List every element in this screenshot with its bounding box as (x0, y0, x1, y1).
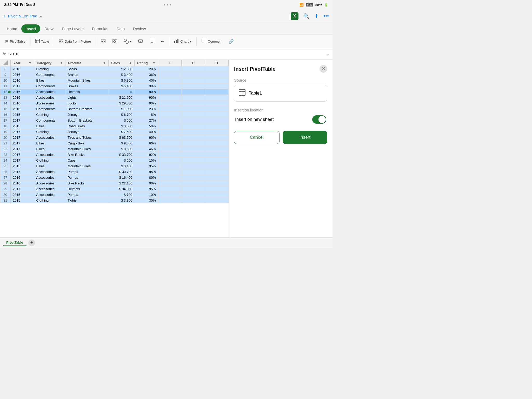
cell-year[interactable]: 2016 (11, 181, 34, 186)
cell-category[interactable]: Clothing (34, 66, 65, 72)
cell-category[interactable]: Accessories (34, 192, 65, 198)
table-row[interactable]: 272016AccessoriesPumps$ 16,40080% (0, 175, 229, 181)
cell-f[interactable] (158, 106, 181, 112)
cell-sales[interactable]: $ 5,400 (108, 83, 134, 89)
cell-h[interactable] (205, 72, 228, 78)
sheet-tab-pivottable[interactable]: PivotTable (3, 240, 27, 246)
cell-sales[interactable]: $ 9,300 (108, 141, 134, 146)
tab-formulas[interactable]: Formulas (88, 24, 112, 33)
cell-product[interactable]: Bike Racks (65, 181, 109, 186)
table-button[interactable]: Table (32, 37, 52, 46)
table-row[interactable]: 172017ComponentsBottom Brackets$ 60027% (0, 118, 229, 123)
cell-category[interactable]: Components (34, 106, 65, 112)
cell-g[interactable] (182, 192, 205, 198)
cell-rating[interactable]: 80% (135, 175, 158, 181)
cell-sales[interactable]: $ 7,500 (108, 129, 134, 135)
cell-product[interactable]: Cargo Bike (65, 141, 109, 146)
cell-g[interactable] (182, 106, 205, 112)
table-row[interactable]: 132016AccessoriesLights$ 21,60090% (0, 95, 229, 101)
cell-h[interactable] (205, 118, 228, 123)
cell-f[interactable] (158, 158, 181, 163)
insert-button[interactable]: Insert (283, 131, 328, 144)
cell-year[interactable]: 2017 (11, 141, 34, 146)
table-row[interactable]: 242017ClothingCaps$ 60015% (0, 158, 229, 163)
cell-h[interactable] (205, 66, 228, 72)
cell-g[interactable] (182, 95, 205, 101)
table-row[interactable]: 292017AccessoriesHelmets$ 34,00095% (0, 186, 229, 192)
search-button[interactable]: 🔍 (303, 13, 310, 19)
cell-sales[interactable]: $ 34,000 (108, 186, 134, 192)
cell-category[interactable]: Bikes (34, 163, 65, 169)
cell-g[interactable] (182, 141, 205, 146)
cell-year[interactable]: 2016 (11, 95, 34, 101)
cell-sales[interactable]: $ 600 (108, 118, 134, 123)
cell-category[interactable]: Components (34, 83, 65, 89)
table-row[interactable]: 282016AccessoriesBike Racks$ 22,10090% (0, 181, 229, 186)
cell-g[interactable] (182, 175, 205, 181)
cell-sales[interactable]: $ 1,000 (108, 106, 134, 112)
cell-h[interactable] (205, 129, 228, 135)
cell-category[interactable]: Accessories (34, 175, 65, 181)
cell-f[interactable] (158, 141, 181, 146)
cell-year[interactable]: 2016 (11, 78, 34, 83)
cell-product[interactable]: Brakes (65, 72, 109, 78)
cell-f[interactable] (158, 83, 181, 89)
cell-g[interactable] (182, 146, 205, 152)
cell-rating[interactable]: 90% (135, 89, 158, 95)
cell-h[interactable] (205, 101, 228, 106)
cell-rating[interactable]: 90% (135, 101, 158, 106)
images-button[interactable] (98, 37, 108, 46)
cell-rating[interactable]: 46% (135, 146, 158, 152)
cell-year[interactable]: 2015 (11, 192, 34, 198)
tab-data[interactable]: Data (112, 24, 129, 33)
table-row[interactable]: 262017AccessoriesPumps$ 30,70095% (0, 169, 229, 175)
cell-year[interactable]: 2017 (11, 146, 34, 152)
cell-year[interactable]: 2016 (11, 72, 34, 78)
screenshot-button[interactable] (147, 37, 157, 46)
cell-sales[interactable]: $ 22,100 (108, 181, 134, 186)
cell-g[interactable] (182, 101, 205, 106)
cell-product[interactable]: Helmets (65, 186, 109, 192)
cell-sales[interactable]: $ 30,700 (108, 169, 134, 175)
cell-product[interactable]: Jerseys (65, 112, 109, 118)
col-header-d[interactable]: Sales ▼ (108, 60, 134, 66)
cell-product[interactable]: Socks (65, 66, 109, 72)
cell-year[interactable]: 2017 (11, 169, 34, 175)
cell-category[interactable]: Bikes (34, 141, 65, 146)
table-row[interactable]: 152016ComponentsBottom Brackets$ 1,00023… (0, 106, 229, 112)
table-row[interactable]: 302015AccessoriesPumps$ 70010% (0, 192, 229, 198)
cell-sales[interactable]: $ 2,300 (108, 66, 134, 72)
cell-product[interactable]: Brakes (65, 83, 109, 89)
cell-h[interactable] (205, 106, 228, 112)
category-filter-icon[interactable]: ▼ (60, 62, 63, 64)
cell-product[interactable]: Mountain Bikes (65, 78, 109, 83)
cell-rating[interactable]: 95% (135, 186, 158, 192)
cell-g[interactable] (182, 181, 205, 186)
table-row[interactable]: 92016ComponentsBrakes$ 3,40036% (0, 72, 229, 78)
cell-f[interactable] (158, 129, 181, 135)
chart-button[interactable]: Chart ▾ (171, 37, 194, 46)
insert-on-new-sheet-toggle[interactable] (312, 115, 326, 124)
cell-h[interactable] (205, 95, 228, 101)
cell-category[interactable]: Accessories (34, 169, 65, 175)
cell-h[interactable] (205, 163, 228, 169)
cell-category[interactable]: Accessories (34, 101, 65, 106)
cell-sales[interactable]: $ 21,600 (108, 95, 134, 101)
signature-button[interactable]: ✒ (158, 38, 167, 45)
formula-input[interactable] (8, 51, 324, 57)
cell-rating[interactable]: 90% (135, 181, 158, 186)
cell-product[interactable]: Bottom Brackets (65, 106, 109, 112)
cell-g[interactable] (182, 89, 205, 95)
cell-category[interactable]: Clothing (34, 129, 65, 135)
cell-product[interactable]: Tires and Tubes (65, 135, 109, 141)
cell-h[interactable] (205, 123, 228, 129)
cell-category[interactable]: Accessories (34, 89, 65, 95)
cell-g[interactable] (182, 163, 205, 169)
cell-product[interactable]: Mountain Bikes (65, 146, 109, 152)
cell-rating[interactable]: 28% (135, 66, 158, 72)
cell-sales[interactable]: $ 16,400 (108, 175, 134, 181)
cell-product[interactable]: Road Bikes (65, 123, 109, 129)
table-row[interactable]: 112017ComponentsBrakes$ 5,40038% (0, 83, 229, 89)
sales-filter-icon[interactable]: ▼ (129, 62, 132, 64)
cell-f[interactable] (158, 112, 181, 118)
